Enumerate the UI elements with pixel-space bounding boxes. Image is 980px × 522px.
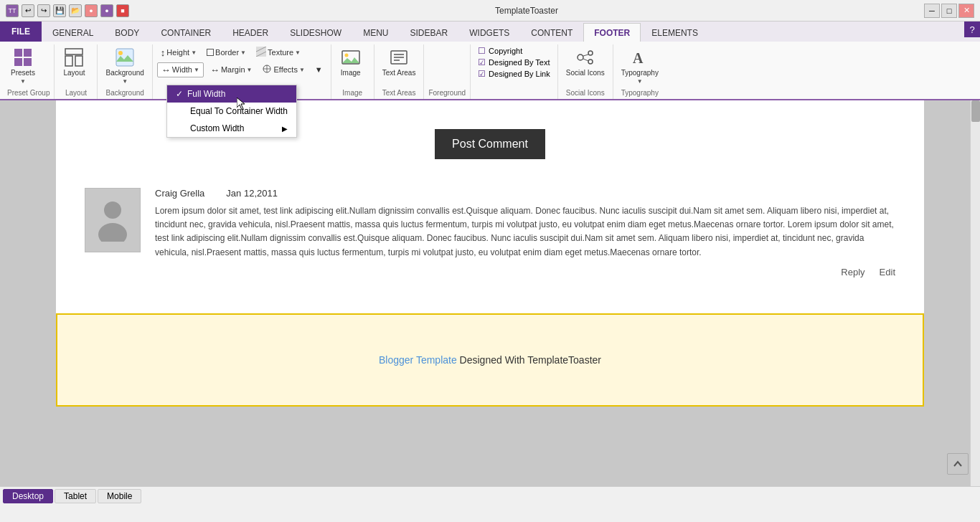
typography-button[interactable]: A Typography ▼ bbox=[618, 44, 662, 87]
canvas-area[interactable]: Post Comment Craig Grella Jan 12,2011 Lo… bbox=[0, 100, 980, 486]
tab-header[interactable]: HEADER bbox=[222, 23, 279, 42]
svg-point-8 bbox=[118, 51, 123, 55]
maximize-button[interactable]: □ bbox=[941, 4, 957, 18]
designed-by-link-item[interactable]: ☑ Designed By Link bbox=[478, 69, 550, 79]
tab-file[interactable]: FILE bbox=[0, 22, 42, 42]
svg-line-20 bbox=[583, 54, 588, 56]
edit-action[interactable]: Edit bbox=[880, 267, 895, 277]
footer-link[interactable]: Blogger Template bbox=[379, 354, 457, 366]
scroll-up-button[interactable] bbox=[947, 453, 969, 475]
image-group-label: Image bbox=[336, 87, 369, 99]
purple-icon[interactable]: ● bbox=[100, 4, 113, 17]
image-group: Image Image bbox=[331, 44, 374, 99]
text-areas-group-items: Text Areas bbox=[379, 44, 420, 87]
footer-area[interactable]: Blogger Template Designed With TemplateT… bbox=[56, 313, 924, 407]
layout-group: Layout Layout bbox=[55, 44, 98, 99]
presets-button[interactable]: Presets ▼ bbox=[7, 44, 39, 87]
desktop-view-button[interactable]: Desktop bbox=[3, 489, 53, 503]
copyright-group: ☐ Copyright ☑ Designed By Text ☑ Designe… bbox=[471, 44, 558, 99]
main-area: Post Comment Craig Grella Jan 12,2011 Lo… bbox=[0, 100, 980, 486]
svg-line-21 bbox=[583, 59, 588, 61]
svg-point-25 bbox=[98, 223, 127, 242]
open-icon[interactable]: 📂 bbox=[69, 4, 82, 17]
svg-rect-0 bbox=[14, 49, 22, 57]
help-button[interactable]: ? bbox=[964, 22, 980, 37]
equal-container-option[interactable]: Equal To Container Width bbox=[167, 103, 296, 120]
comment-content: Craig Grella Jan 12,2011 Lorem ipsum dol… bbox=[155, 188, 895, 277]
titlebar-left: TT ↩ ↪ 💾 📂 ● ● ■ bbox=[6, 4, 129, 17]
height-icon: ↕ bbox=[161, 47, 166, 58]
tab-elements[interactable]: ELEMENTS bbox=[641, 23, 709, 42]
post-comment-button[interactable]: Post Comment bbox=[435, 129, 545, 159]
text-areas-button[interactable]: Text Areas bbox=[379, 44, 420, 80]
close-button[interactable]: ✕ bbox=[958, 4, 974, 18]
presets-group: Presets ▼ Preset Group bbox=[3, 44, 55, 99]
effects-label: Effects bbox=[273, 65, 297, 74]
background-group-items: Background ▼ bbox=[102, 44, 147, 87]
background-button[interactable]: Background ▼ bbox=[102, 44, 147, 87]
layout-icon bbox=[64, 47, 84, 67]
border-icon bbox=[207, 49, 214, 56]
designed-by-text-item[interactable]: ☑ Designed By Text bbox=[478, 57, 550, 67]
height-button[interactable]: ↕ Height ▼ bbox=[157, 45, 200, 60]
foreground-group: Foreground bbox=[424, 44, 471, 99]
commenter-name: Craig Grella bbox=[155, 188, 204, 199]
reply-action[interactable]: Reply bbox=[841, 267, 864, 277]
full-width-option[interactable]: ✓ Full Width bbox=[167, 85, 296, 103]
width-dropdown-menu: ✓ Full Width Equal To Container Width Cu… bbox=[166, 85, 297, 138]
margin-button[interactable]: ↔ Margin ▼ bbox=[207, 62, 256, 77]
social-icons-group-label: Social Icons bbox=[562, 87, 608, 99]
svg-point-19 bbox=[588, 60, 593, 64]
svg-rect-9 bbox=[256, 47, 266, 57]
text-areas-icon bbox=[389, 47, 409, 67]
bottom-bar: Desktop Tablet Mobile bbox=[0, 486, 980, 505]
presets-arrow: ▼ bbox=[20, 78, 26, 85]
orange-icon[interactable]: ● bbox=[85, 4, 98, 17]
svg-rect-3 bbox=[24, 58, 32, 66]
vertical-scrollbar[interactable] bbox=[970, 100, 980, 486]
titlebar: TT ↩ ↪ 💾 📂 ● ● ■ TemplateToaster ─ □ ✕ bbox=[0, 0, 980, 22]
tab-container[interactable]: CONTAINER bbox=[150, 23, 222, 42]
view-button[interactable]: ▼ bbox=[311, 63, 326, 76]
layout-button[interactable]: Layout bbox=[59, 44, 89, 80]
tab-menu[interactable]: MENU bbox=[352, 23, 399, 42]
ribbon: FILE GENERAL BODY CONTAINER HEADER SLIDE… bbox=[0, 22, 980, 100]
mobile-view-button[interactable]: Mobile bbox=[98, 489, 141, 503]
text-areas-group: Text Areas Text Areas bbox=[374, 44, 425, 99]
tab-content[interactable]: CONTENT bbox=[520, 23, 583, 42]
custom-width-submenu-arrow: ▶ bbox=[282, 125, 288, 133]
texture-button[interactable]: Texture ▼ bbox=[253, 44, 304, 60]
social-icons-button[interactable]: Social Icons bbox=[562, 44, 608, 80]
social-icons-group-items: Social Icons bbox=[562, 44, 608, 87]
layout-group-label: Layout bbox=[59, 87, 93, 99]
minimize-button[interactable]: ─ bbox=[924, 4, 940, 18]
tab-slideshow[interactable]: SLIDESHOW bbox=[279, 23, 352, 42]
tablet-view-button[interactable]: Tablet bbox=[55, 489, 96, 503]
tab-widgets[interactable]: WIDGETS bbox=[458, 23, 520, 42]
undo-icon[interactable]: ↩ bbox=[22, 4, 34, 17]
image-button[interactable]: Image bbox=[336, 44, 366, 80]
border-button[interactable]: Border ▼ bbox=[203, 46, 250, 59]
comment-header: Craig Grella Jan 12,2011 bbox=[155, 188, 895, 199]
copyright-item[interactable]: ☐ Copyright bbox=[478, 46, 550, 56]
container-group-items: ↕ Height ▼ Border ▼ Texture ▼ bbox=[157, 44, 326, 88]
tab-sidebar[interactable]: SIDEBAR bbox=[400, 23, 459, 42]
social-icons-icon bbox=[575, 47, 595, 67]
tab-body[interactable]: BODY bbox=[104, 23, 150, 42]
comment-text: Lorem ipsum dolor sit amet, test link ad… bbox=[155, 204, 895, 260]
save-icon[interactable]: 💾 bbox=[53, 4, 66, 17]
background-arrow: ▼ bbox=[122, 78, 128, 85]
svg-point-18 bbox=[588, 51, 593, 55]
typography-group: A Typography ▼ Typography bbox=[613, 44, 666, 99]
effects-button[interactable]: Effects ▼ bbox=[258, 62, 308, 77]
redo-icon[interactable]: ↪ bbox=[37, 4, 50, 17]
copyright-unchecked: ☐ bbox=[478, 46, 486, 56]
margin-icon: ↔ bbox=[210, 65, 220, 75]
svg-rect-5 bbox=[65, 56, 72, 66]
width-button[interactable]: ↔ Width ▼ bbox=[157, 62, 204, 77]
tab-footer[interactable]: FOOTER bbox=[583, 23, 641, 42]
red-icon[interactable]: ■ bbox=[116, 4, 129, 17]
scrollbar-thumb[interactable] bbox=[971, 100, 980, 122]
custom-width-option[interactable]: Custom Width ▶ bbox=[167, 120, 296, 137]
tab-general[interactable]: GENERAL bbox=[42, 23, 104, 42]
